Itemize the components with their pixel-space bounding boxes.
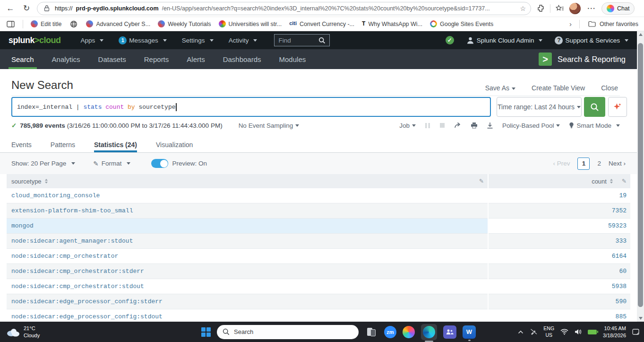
- print-icon[interactable]: [471, 122, 478, 129]
- column-edit-icon[interactable]: ✎: [622, 178, 627, 184]
- copilot-chat-button[interactable]: Chat: [601, 2, 635, 15]
- battery-icon[interactable]: [588, 330, 597, 334]
- nav-tab-alerts[interactable]: Alerts: [187, 49, 205, 69]
- page-scrollbar[interactable]: [637, 31, 644, 322]
- refresh-button[interactable]: ↻: [21, 3, 32, 13]
- page-2-button[interactable]: 2: [597, 160, 601, 167]
- lock-icon: [42, 4, 52, 13]
- tray-date: 3/18/2026: [603, 332, 626, 339]
- copilot-app-icon[interactable]: [403, 326, 415, 338]
- bookmarks-overflow-icon[interactable]: ›: [569, 20, 572, 28]
- find-search-icon[interactable]: [318, 37, 326, 44]
- preview-toggle[interactable]: [151, 159, 168, 168]
- next-page-button[interactable]: Next ›: [609, 160, 626, 167]
- language-indicator[interactable]: ENG US: [543, 325, 554, 338]
- notification-center-icon[interactable]: [632, 328, 639, 335]
- weather-widget[interactable]: 21°C Cloudy: [0, 325, 40, 339]
- export-download-icon[interactable]: [487, 122, 493, 129]
- search-query-input[interactable]: index=_internal | stats count by sourcet…: [11, 97, 491, 117]
- nav-tab-modules[interactable]: Modules: [279, 49, 306, 69]
- browser-menu-icon[interactable]: ⋯: [585, 3, 597, 13]
- share-job-icon[interactable]: [454, 122, 462, 129]
- edge-app-icon[interactable]: [421, 324, 437, 340]
- event-sampling-menu[interactable]: No Event Sampling: [239, 122, 300, 129]
- nav-tab-analytics[interactable]: Analytics: [52, 49, 80, 69]
- health-status-icon[interactable]: ✓: [446, 36, 454, 44]
- search-mode-menu[interactable]: Smart Mode: [569, 122, 620, 129]
- save-as-button[interactable]: Save As: [485, 84, 515, 92]
- windows-taskbar: 21°C Cloudy Search zm W ENG US: [0, 322, 644, 342]
- run-search-button[interactable]: [584, 97, 605, 117]
- tab-patterns[interactable]: Patterns: [51, 137, 75, 152]
- bookmark-google-sites[interactable]: Google Sites Events: [430, 20, 493, 27]
- sort-icon[interactable]: [610, 179, 613, 184]
- hidden-icons-chevron[interactable]: [518, 330, 524, 334]
- page-1-button[interactable]: 1: [577, 158, 590, 170]
- volume-icon[interactable]: [575, 329, 582, 335]
- zoom-app-icon[interactable]: zm: [384, 326, 396, 338]
- collections-icon[interactable]: [6, 19, 15, 29]
- bookmark-whatsapp[interactable]: T Why WhatsApp Wi...: [362, 20, 422, 27]
- bookmark-weekly-tutorials[interactable]: Weekly Tutorials: [158, 20, 211, 27]
- bookmark-convert-currency[interactable]: citi Convert Currency -...: [289, 20, 354, 27]
- pause-job-icon[interactable]: [425, 123, 430, 129]
- other-favorites-button[interactable]: Other favorites: [587, 19, 638, 29]
- messages-menu[interactable]: 1 Messages: [119, 36, 167, 44]
- pen-input-icon[interactable]: [530, 329, 537, 335]
- ai-assistant-button[interactable]: [608, 97, 627, 117]
- back-button[interactable]: ←: [5, 4, 16, 13]
- format-menu[interactable]: ✎ Format: [93, 160, 130, 167]
- word-app-icon[interactable]: W: [463, 325, 476, 339]
- browser-profile-avatar[interactable]: [569, 3, 581, 14]
- activity-menu[interactable]: Activity: [229, 37, 258, 44]
- app-switcher[interactable]: > Search & Reporting: [539, 53, 626, 66]
- favorites-bar-icon[interactable]: [555, 4, 565, 13]
- column-edit-icon[interactable]: ✎: [479, 178, 484, 184]
- address-bar[interactable]: https://prd-p-eydlo.splunkcloud.com/en-U…: [37, 2, 531, 15]
- teams-app-icon[interactable]: [443, 325, 456, 339]
- extensions-icon[interactable]: [536, 4, 545, 13]
- bookmark-universities[interactable]: Universities will str...: [219, 20, 282, 27]
- splunk-cloud-logo[interactable]: splunk>cloud: [9, 35, 61, 45]
- apps-menu[interactable]: Apps: [81, 37, 104, 44]
- wifi-icon[interactable]: [560, 329, 568, 335]
- column-header-sourcetype[interactable]: sourcetype ✎: [7, 174, 488, 188]
- taskbar-search[interactable]: Search: [217, 325, 359, 339]
- find-input[interactable]: Find: [274, 34, 330, 46]
- settings-menu[interactable]: Settings: [182, 37, 214, 44]
- job-menu[interactable]: Job: [399, 122, 416, 129]
- weather-condition: Cloudy: [24, 332, 40, 339]
- text-cursor: [176, 103, 177, 111]
- close-button[interactable]: Close: [601, 84, 618, 92]
- scroll-up-arrow[interactable]: [637, 31, 644, 38]
- nav-tab-search[interactable]: Search: [11, 49, 34, 69]
- table-row: node:sidecar:cmp_orchestrator 6164: [7, 249, 630, 264]
- stop-job-icon[interactable]: [439, 123, 445, 128]
- create-table-view-button[interactable]: Create Table View: [532, 84, 585, 92]
- scrollbar-thumb[interactable]: [638, 43, 643, 307]
- task-view-icon[interactable]: [365, 325, 378, 339]
- bookmark-advanced-cyber[interactable]: Advanced Cyber S...: [86, 20, 150, 27]
- per-page-menu[interactable]: Show: 20 Per Page: [11, 160, 75, 167]
- start-button[interactable]: [201, 327, 211, 337]
- nav-tab-datasets[interactable]: Datasets: [98, 49, 126, 69]
- tab-events[interactable]: Events: [11, 137, 32, 152]
- tab-statistics[interactable]: Statistics (24): [94, 137, 137, 152]
- search-icon: [223, 328, 230, 335]
- bookmark-favicon: [219, 20, 226, 27]
- bookmark-edit-title[interactable]: Edit title: [31, 20, 61, 27]
- column-header-count[interactable]: count ✎: [489, 174, 630, 188]
- support-menu[interactable]: ? Support & Services: [555, 36, 628, 44]
- favorite-star-icon[interactable]: ☆: [520, 5, 526, 12]
- nav-tab-reports[interactable]: Reports: [144, 49, 169, 69]
- clock-widget[interactable]: 10:45 AM 3/18/2026: [603, 325, 626, 339]
- nav-tab-dashboards[interactable]: Dashboards: [223, 49, 261, 69]
- scroll-down-arrow[interactable]: [637, 315, 644, 322]
- account-menu[interactable]: Splunk Cloud Admin: [466, 36, 543, 44]
- bookmark-globe[interactable]: [69, 19, 78, 29]
- tab-visualization[interactable]: Visualization: [156, 137, 193, 152]
- policy-based-pool-menu[interactable]: Policy-Based Pool: [502, 122, 560, 129]
- sort-icon[interactable]: [45, 179, 48, 184]
- help-icon: ?: [555, 36, 563, 44]
- time-range-picker[interactable]: Time range: Last 24 hours: [497, 97, 582, 117]
